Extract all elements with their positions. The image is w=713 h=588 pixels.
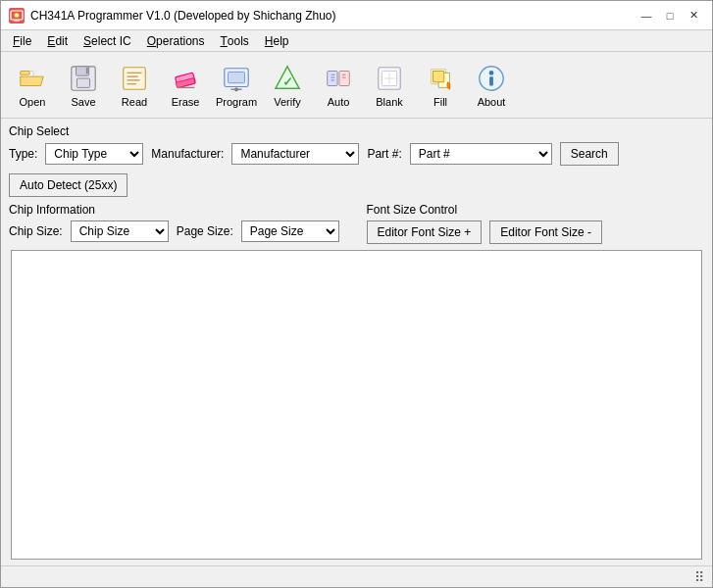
type-label: Type:: [9, 147, 37, 161]
font-size-panel: Font Size Control Editor Font Size + Edi…: [367, 203, 705, 244]
chip-size-label: Chip Size:: [9, 224, 63, 238]
program-button[interactable]: Program: [213, 57, 260, 114]
type-select[interactable]: Chip Type: [45, 143, 143, 165]
blank-button[interactable]: Blank: [366, 57, 413, 114]
title-bar: CH341A Programmer V1.0 (Developed by Shi…: [1, 1, 712, 30]
svg-point-35: [489, 71, 494, 75]
save-button[interactable]: Save: [60, 57, 107, 114]
fill-icon: [425, 63, 456, 94]
font-size-title: Font Size Control: [367, 203, 705, 217]
manufacturer-label: Manufacturer:: [151, 147, 224, 161]
part-label: Part #:: [367, 147, 401, 161]
manufacturer-select[interactable]: Manufacturer: [231, 143, 359, 165]
svg-point-1: [15, 13, 20, 18]
chip-size-select[interactable]: Chip Size: [71, 220, 169, 242]
menu-bar: File Edit Select IC Operations Tools Hel…: [1, 30, 712, 52]
menu-help[interactable]: Help: [257, 30, 297, 51]
resize-handle[interactable]: ⠿: [694, 569, 704, 585]
svg-rect-8: [86, 67, 88, 74]
chip-select-row: Type: Chip Type Manufacturer: Manufactur…: [9, 142, 704, 197]
program-icon: [221, 63, 252, 94]
chip-select-title: Chip Select: [9, 124, 704, 138]
svg-rect-36: [489, 76, 493, 85]
open-icon: [17, 63, 48, 94]
verify-button[interactable]: ✓ Verify: [264, 57, 311, 114]
main-window: CH341A Programmer V1.0 (Developed by Shi…: [0, 0, 713, 588]
menu-tools[interactable]: Tools: [212, 30, 256, 51]
auto-icon: [323, 63, 354, 94]
read-icon: [119, 63, 150, 94]
window-controls: — □ ✕: [636, 6, 704, 25]
erase-icon: [170, 63, 201, 94]
chip-info-panel: Chip Information Chip Size: Chip Size Pa…: [9, 203, 347, 242]
content-area: Chip Select Type: Chip Type Manufacturer…: [1, 119, 712, 565]
page-size-label: Page Size:: [177, 224, 233, 238]
font-decrease-button[interactable]: Editor Font Size -: [489, 220, 602, 244]
page-size-select[interactable]: Page Size: [241, 220, 339, 242]
svg-rect-9: [124, 67, 146, 89]
part-select[interactable]: Part #: [410, 143, 552, 165]
svg-rect-23: [328, 71, 337, 85]
menu-operations[interactable]: Operations: [139, 30, 213, 51]
font-increase-button[interactable]: Editor Font Size +: [367, 220, 483, 244]
menu-select-ic[interactable]: Select IC: [76, 30, 139, 51]
save-icon: [68, 63, 99, 94]
toolbar: Open Save: [1, 52, 712, 119]
erase-button[interactable]: Erase: [162, 57, 209, 114]
auto-detect-button[interactable]: Auto Detect (25xx): [9, 173, 127, 197]
info-section: Chip Information Chip Size: Chip Size Pa…: [9, 203, 704, 244]
window-title: CH341A Programmer V1.0 (Developed by Shi…: [30, 9, 636, 23]
chip-info-row: Chip Size: Chip Size Page Size: Page Siz…: [9, 220, 347, 242]
about-button[interactable]: About: [468, 57, 515, 114]
app-icon: [9, 8, 25, 24]
open-button[interactable]: Open: [9, 57, 56, 114]
status-bar: ⠿: [1, 565, 712, 587]
chip-select-section: Chip Select Type: Chip Type Manufacturer…: [9, 124, 704, 197]
search-button[interactable]: Search: [560, 142, 619, 166]
chip-info-title: Chip Information: [9, 203, 347, 217]
svg-text:✓: ✓: [282, 74, 293, 88]
font-size-row: Editor Font Size + Editor Font Size -: [367, 220, 705, 244]
read-button[interactable]: Read: [111, 57, 158, 114]
verify-icon: ✓: [272, 63, 303, 94]
menu-edit[interactable]: Edit: [39, 30, 76, 51]
close-button[interactable]: ✕: [683, 6, 704, 25]
maximize-button[interactable]: □: [659, 6, 681, 25]
svg-rect-18: [229, 72, 245, 82]
blank-icon: [374, 63, 405, 94]
svg-rect-7: [76, 78, 89, 87]
svg-rect-24: [339, 71, 349, 85]
minimize-button[interactable]: —: [636, 6, 657, 25]
auto-button[interactable]: Auto: [315, 57, 362, 114]
editor-area[interactable]: [11, 250, 702, 560]
about-icon: [476, 63, 507, 94]
menu-file[interactable]: File: [5, 30, 39, 51]
fill-button[interactable]: Fill: [417, 57, 464, 114]
svg-rect-4: [21, 71, 29, 74]
